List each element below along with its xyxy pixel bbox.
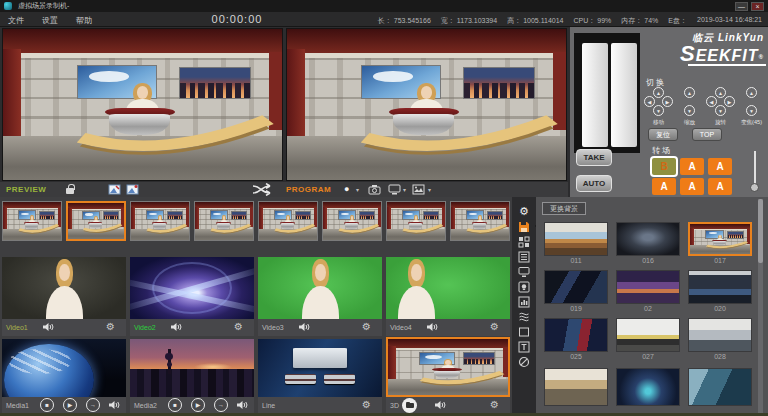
edit-scene-add-icon[interactable] <box>126 184 139 195</box>
transition-tile-a4[interactable]: A <box>680 178 704 195</box>
edit-scene-icon[interactable] <box>108 184 121 195</box>
video2-preview[interactable] <box>130 257 254 319</box>
text-tool-icon[interactable] <box>516 340 532 353</box>
media1-loop-icon[interactable]: → <box>86 398 100 412</box>
background-thumb-017-selected[interactable] <box>688 222 752 256</box>
auto-button[interactable]: AUTO <box>576 175 612 192</box>
media1-speaker-icon[interactable] <box>108 400 120 410</box>
lock-icon[interactable] <box>66 188 74 194</box>
media2-stop-icon[interactable]: ■ <box>168 398 182 412</box>
transition-speed-slider[interactable] <box>750 183 759 192</box>
minimize-button[interactable]: — <box>735 2 748 11</box>
menu-help[interactable]: 帮助 <box>76 15 92 26</box>
scene-angle-thumb-6[interactable] <box>322 201 382 241</box>
media2-speaker-icon[interactable] <box>236 400 248 410</box>
scene3d-speaker-icon[interactable] <box>434 400 446 410</box>
move-down-icon[interactable]: ▼ <box>653 105 664 116</box>
background-thumb[interactable] <box>616 368 680 406</box>
tbar-handle-right[interactable] <box>611 43 637 147</box>
display-output-icon[interactable] <box>388 184 401 195</box>
background-thumb-025[interactable] <box>544 318 608 352</box>
rotate-up-icon[interactable]: ▲ <box>715 87 726 98</box>
video1-settings-icon[interactable]: ⚙ <box>106 321 115 333</box>
video2-speaker-icon[interactable] <box>170 322 182 332</box>
line-badge-2[interactable] <box>324 374 355 384</box>
video3-preview[interactable] <box>258 257 382 319</box>
zoom-out-icon[interactable]: ▼ <box>746 105 757 116</box>
scene-angle-thumb-4[interactable] <box>194 201 254 241</box>
video1-speaker-icon[interactable] <box>42 322 54 332</box>
media2-loop-icon[interactable]: → <box>214 398 228 412</box>
take-button[interactable]: TAKE <box>576 149 612 166</box>
video3-settings-icon[interactable]: ⚙ <box>362 321 371 333</box>
image-caret-icon[interactable]: ▾ <box>428 186 431 193</box>
scene-angle-thumb-1[interactable] <box>2 201 62 241</box>
reset-button[interactable]: 复位 <box>648 128 678 141</box>
media1-stop-icon[interactable]: ■ <box>40 398 54 412</box>
close-button[interactable]: × <box>751 2 764 11</box>
video3-speaker-icon[interactable] <box>298 322 310 332</box>
light-icon[interactable] <box>516 280 532 293</box>
transition-tile-b[interactable]: B <box>652 158 676 175</box>
background-thumb-020[interactable] <box>688 270 752 304</box>
scene3d-preview[interactable] <box>386 337 510 397</box>
transition-tile-a5[interactable]: A <box>708 178 732 195</box>
scene-angle-thumb-5[interactable] <box>258 201 318 241</box>
layers-icon[interactable] <box>516 310 532 323</box>
chart-icon[interactable] <box>516 295 532 308</box>
snapshot-camera-icon[interactable] <box>368 184 381 195</box>
media2-play-icon[interactable]: ▶ <box>191 398 205 412</box>
scene-angle-thumb-8[interactable] <box>450 201 510 241</box>
background-thumb-027[interactable] <box>616 318 680 352</box>
save-icon[interactable] <box>516 220 532 233</box>
scene3d-settings-icon[interactable]: ⚙ <box>490 399 499 411</box>
program-monitor[interactable] <box>286 28 567 181</box>
media2-preview[interactable] <box>130 339 254 397</box>
transition-tile-a3[interactable]: A <box>652 178 676 195</box>
rotate-down-icon[interactable]: ▼ <box>715 105 726 116</box>
rotate-right-icon[interactable]: ▶ <box>724 96 735 107</box>
background-thumb[interactable] <box>688 368 752 406</box>
preview-monitor[interactable] <box>2 28 283 181</box>
change-background-tab[interactable]: 更换背景 <box>542 202 586 215</box>
background-thumb-011[interactable] <box>544 222 608 256</box>
record-caret-icon[interactable]: ▾ <box>356 186 359 193</box>
video2-settings-icon[interactable]: ⚙ <box>234 321 243 333</box>
background-thumb-028[interactable] <box>688 318 752 352</box>
move-right-icon[interactable]: ▶ <box>662 96 673 107</box>
settings-icon[interactable]: ⚙ <box>516 205 532 218</box>
menu-file[interactable]: 文件 <box>8 15 24 26</box>
swap-preview-program-icon[interactable] <box>250 183 276 196</box>
monitor-icon[interactable] <box>516 265 532 278</box>
move-up-icon[interactable]: ▲ <box>653 87 664 98</box>
scale-down-icon[interactable]: ▼ <box>684 105 695 116</box>
video1-preview[interactable] <box>2 257 126 319</box>
line-badge-1[interactable] <box>285 374 316 384</box>
gallery-scrollbar[interactable] <box>758 199 763 413</box>
disable-icon[interactable] <box>516 355 532 368</box>
tbar-handle-left[interactable] <box>582 43 608 147</box>
zoom-in-icon[interactable]: ▲ <box>746 87 757 98</box>
gallery-scrollbar-thumb[interactable] <box>758 199 763 263</box>
video4-preview[interactable] <box>386 257 510 319</box>
background-thumb-019[interactable] <box>544 270 608 304</box>
line-preview[interactable] <box>258 339 382 397</box>
video4-settings-icon[interactable]: ⚙ <box>490 321 499 333</box>
scale-up-icon[interactable]: ▲ <box>684 87 695 98</box>
media1-preview[interactable] <box>2 339 126 397</box>
image-overlay-icon[interactable] <box>412 184 425 195</box>
transition-tile-a2[interactable]: A <box>708 158 732 175</box>
scene-angle-thumb-3[interactable] <box>130 201 190 241</box>
playlist-icon[interactable] <box>516 250 532 263</box>
background-thumb-016[interactable] <box>616 222 680 256</box>
background-thumb[interactable] <box>544 368 608 406</box>
record-icon[interactable]: ● <box>344 184 349 194</box>
rotate-left-icon[interactable]: ◀ <box>706 96 717 107</box>
move-left-icon[interactable]: ◀ <box>644 96 655 107</box>
scene3d-folder-icon[interactable] <box>402 398 417 413</box>
top-button[interactable]: TOP <box>692 128 722 141</box>
scene-angle-thumb-2-selected[interactable] <box>66 201 126 241</box>
menu-settings[interactable]: 设置 <box>42 15 58 26</box>
scene-grid-icon[interactable] <box>516 235 532 248</box>
scene-angle-thumb-7[interactable] <box>386 201 446 241</box>
